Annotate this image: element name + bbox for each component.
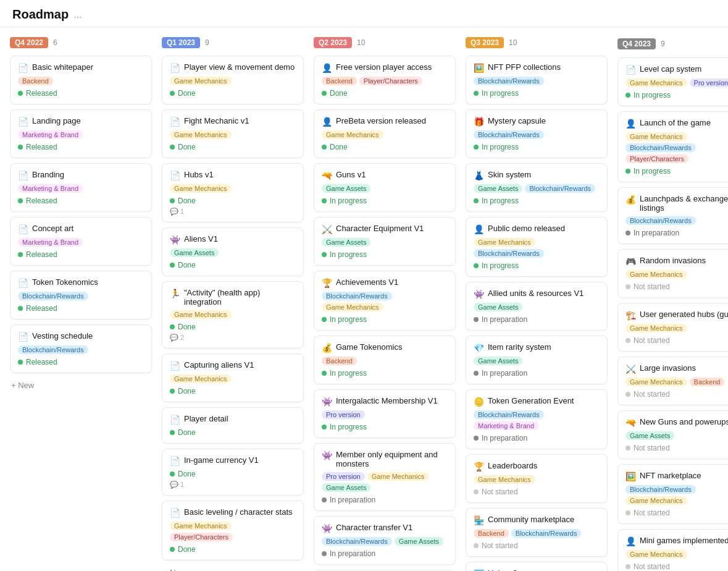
status-dot — [322, 317, 327, 322]
card[interactable]: 🏆LeaderboardsGame MechanicsNot started — [466, 454, 608, 503]
tag: Game Assets — [322, 184, 370, 193]
new-item-button[interactable]: + New — [162, 565, 187, 571]
card[interactable]: 📄Hubs v1Game MechanicsDone💬 1 — [162, 163, 304, 222]
card-title-text: Mini games implemented — [640, 536, 728, 545]
card[interactable]: 💰Game TokenomicsBackendIn progress — [314, 336, 456, 384]
card-title: 📄Basic leveling / character stats — [170, 507, 296, 518]
card-title-text: Item rarity system — [488, 342, 551, 352]
card-title: 👤Free version player access — [322, 62, 448, 73]
card[interactable]: 🏃"Activity" (health app) integrationGame… — [162, 281, 304, 349]
card-icon: 🏗️ — [625, 310, 636, 320]
status-text: Not started — [634, 336, 670, 345]
card-tags: Blockchain/Rewards — [474, 77, 600, 85]
status-dot — [474, 371, 479, 376]
card-title-text: Achievements V1 — [336, 277, 398, 287]
card-tags: Blockchain/RewardsGame Mechanics — [322, 292, 448, 311]
card[interactable]: ⚔️Character Equipment V1Game AssetsIn pr… — [314, 217, 456, 266]
status-dot — [18, 360, 23, 365]
card[interactable]: 👤Free version player accessBackendPlayer… — [314, 56, 456, 104]
tag: Blockchain/Rewards — [511, 529, 582, 538]
card-icon: 🖼️ — [625, 472, 636, 481]
card[interactable]: 🏙️Hubs v2Game MechanicsNot started — [466, 562, 608, 571]
card[interactable]: 🖼️NFT PFP collectionsBlockchain/RewardsI… — [466, 56, 608, 104]
card-tags: Marketing & Brand — [18, 130, 144, 139]
card-title-text: Fight Mechanic v1 — [184, 116, 249, 125]
card[interactable]: 👗Skin systemGame AssetsBlockchain/Reward… — [466, 163, 608, 212]
card[interactable]: 🔫New Guns and powerupsGame AssetsNot sta… — [617, 410, 728, 459]
card[interactable]: 👾Character transfer V1Blockchain/Rewards… — [314, 516, 456, 565]
tag: Game Mechanics — [625, 550, 687, 559]
card[interactable]: 🔫Guns v1Game AssetsIn progress — [314, 163, 456, 212]
card-tags: Backend — [322, 357, 448, 365]
card-status: Released — [18, 304, 144, 313]
card-title-text: Intergalactic Membership V1 — [336, 396, 438, 405]
card[interactable]: 🖼️NFT marketplaceBlockchain/RewardsGame … — [617, 464, 728, 524]
new-item-button[interactable]: + New — [10, 378, 35, 392]
card-title-text: Public demo released — [488, 224, 565, 233]
card[interactable]: 🏪Community marketplaceBackendBlockchain/… — [466, 508, 608, 557]
card[interactable]: 👾Aliens V1Game AssetsDone — [162, 227, 304, 276]
status-dot — [625, 564, 630, 569]
card-title: 📄In-game currency V1 — [170, 455, 296, 466]
card[interactable]: 📄BrandingMarketing & BrandReleased — [10, 163, 152, 212]
tag: Marketing & Brand — [18, 130, 83, 139]
card[interactable]: 🪙Token Generation EventBlockchain/Reward… — [466, 389, 608, 449]
card-tags: Pro version — [322, 410, 448, 419]
card[interactable]: 📄Token TokenomicsBlockchain/RewardsRelea… — [10, 271, 152, 319]
card-title: 📄Player detail — [170, 414, 296, 425]
card[interactable]: 🎁Mystery capsuleBlockchain/RewardsIn pro… — [466, 109, 608, 158]
column-count: 10 — [509, 38, 517, 47]
card-title-text: Allied units & resources V1 — [488, 289, 584, 298]
card-title-text: Hubs v2 — [488, 569, 517, 571]
card[interactable]: 👤Launch of the gameGame MechanicsBlockch… — [617, 111, 728, 182]
more-options-icon[interactable]: ... — [73, 9, 82, 20]
tag: Game Mechanics — [170, 77, 232, 85]
status-dot — [474, 436, 479, 441]
card-icon: 📄 — [170, 117, 180, 127]
card[interactable]: 📄Fight Mechanic v1Game MechanicsDone — [162, 109, 304, 158]
status-dot — [170, 430, 175, 435]
card[interactable]: 👤Public demo releasedGame MechanicsBlock… — [466, 217, 608, 277]
card[interactable]: 📄Landing pageMarketing & BrandReleased — [10, 109, 152, 158]
card[interactable]: 👤Mini games implementedGame MechanicsNot… — [617, 529, 728, 571]
card[interactable]: 📄Player view & movement demoGame Mechani… — [162, 56, 304, 104]
card-title: 🖼️NFT PFP collections — [474, 62, 600, 73]
tag: Blockchain/Rewards — [474, 130, 544, 139]
card[interactable]: 📄Player detailDone — [162, 407, 304, 444]
card-title-text: Capturing aliens V1 — [184, 360, 254, 370]
card[interactable]: 💰Launchpads & exchanges listingsBlockcha… — [617, 187, 728, 244]
card[interactable]: 📄Concept artMarketing & BrandReleased — [10, 217, 152, 266]
status-text: In preparation — [330, 496, 375, 504]
card[interactable]: 📄Vesting scheduleBlockchain/RewardsRelea… — [10, 324, 152, 373]
column-q4-2022: Q4 20226📄Basic whitepaperBackendReleased… — [10, 37, 152, 571]
card-title: 🎁Mystery capsule — [474, 116, 600, 127]
card[interactable]: 📄In-game currency V1Done💬 1 — [162, 449, 304, 496]
card-status: Done — [170, 545, 296, 554]
status-dot — [170, 472, 175, 476]
card[interactable]: 📄Basic leveling / character statsGame Me… — [162, 501, 304, 560]
status-dot — [625, 231, 630, 235]
status-dot — [322, 145, 327, 150]
card[interactable]: 👾Member only equipment and monstersPro v… — [314, 443, 456, 511]
card[interactable]: 👤PreBeta version releasedGame MechanicsD… — [314, 109, 456, 158]
card-tags: Game Assets — [322, 184, 448, 193]
card[interactable]: 🏗️User generated hubs (guilds)Game Mecha… — [617, 303, 728, 352]
card-title: 💰Game Tokenomics — [322, 342, 448, 353]
card[interactable]: ⚔️Large invasionsGame MechanicsBackendNo… — [617, 357, 728, 405]
card[interactable]: 💎Item rarity systemGame AssetsIn prepara… — [466, 336, 608, 384]
card[interactable]: 📄Level cap systemGame MechanicsPro versi… — [617, 57, 728, 106]
comment-count: 💬 1 — [170, 208, 296, 216]
card[interactable]: 👾Allied units & resources V1Game AssetsI… — [466, 282, 608, 331]
card[interactable]: 📄Basic whitepaperBackendReleased — [10, 56, 152, 104]
card[interactable]: 👾Intergalactic Membership V1Pro versionI… — [314, 389, 456, 438]
status-text: In progress — [482, 143, 519, 151]
card-title-text: Aliens V1 — [184, 234, 218, 243]
card[interactable]: 🎮Random invasionsGame MechanicsNot start… — [617, 249, 728, 298]
card[interactable]: 🏆Achievements V1Blockchain/RewardsGame M… — [314, 271, 456, 331]
card[interactable]: 📄Capturing aliens V1Game MechanicsDone — [162, 353, 304, 402]
status-text: Done — [330, 89, 348, 98]
status-dot — [625, 446, 630, 450]
card-status: In progress — [322, 369, 448, 378]
card-title-text: Skin system — [488, 170, 531, 179]
card-title: 📄Concept art — [18, 224, 144, 234]
